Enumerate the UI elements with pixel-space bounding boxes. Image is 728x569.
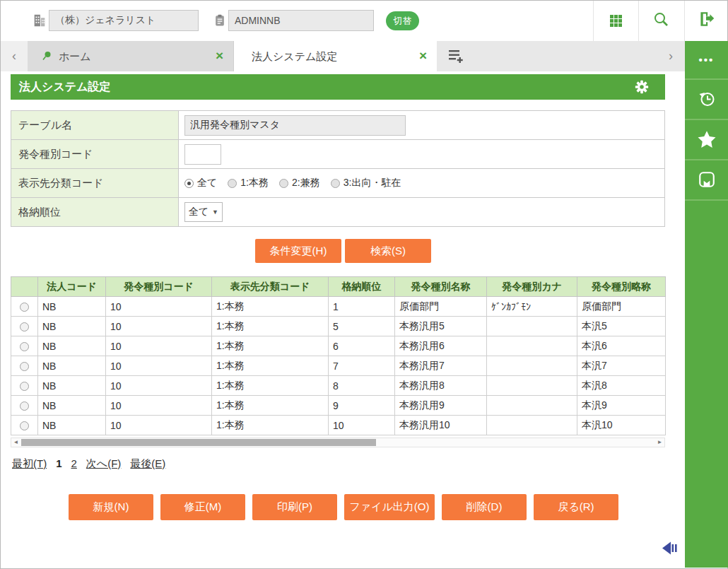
user-field[interactable] <box>228 10 374 31</box>
chevron-down-icon: ▼ <box>212 209 218 216</box>
radio-seconded[interactable]: 3:出向・駐在 <box>331 177 401 189</box>
favorites-button[interactable] <box>685 122 728 160</box>
table-row: NB10 1:本務10 本務汎用10 本汎10 <box>11 416 666 435</box>
logout-icon <box>697 10 715 31</box>
gear-icon <box>634 85 650 97</box>
pagination-first-link[interactable]: 最初(T) <box>12 457 47 469</box>
action-button-bar: 新規(N) 修正(M) 印刷(P) ファイル出力(O) 削除(D) 戻る(R) <box>69 494 618 520</box>
column-header: 表示先分類コード <box>212 277 329 297</box>
column-header: 発令種別名称 <box>395 277 487 297</box>
table-name-label: テーブル名 <box>11 111 179 139</box>
select-column-header <box>11 277 38 297</box>
clipboard-icon <box>213 13 227 30</box>
column-header: 法人コード <box>38 277 106 297</box>
radio-concurrent[interactable]: 2:兼務 <box>279 177 320 189</box>
close-icon[interactable]: × <box>216 41 223 70</box>
table-name-input <box>184 115 406 136</box>
chevron-right-icon: › <box>669 49 673 63</box>
add-tab-button[interactable] <box>447 49 464 66</box>
pagination-page-2-link[interactable]: 2 <box>71 457 77 469</box>
app-window: 切替 ‹ <box>0 0 728 569</box>
table-row: NB10 1:本務1 原価部門ｹﾞﾝｶﾌﾞﾓﾝ 原価部門 <box>11 297 666 317</box>
scrollbar-thumb[interactable] <box>21 439 376 446</box>
order-type-code-label: 発令種別コード <box>11 140 179 168</box>
search-submit-button[interactable]: 検索(S) <box>345 239 431 263</box>
column-header: 格納順位 <box>329 277 395 297</box>
display-class-label: 表示先分類コード <box>11 169 179 197</box>
storage-order-value: 全て <box>189 206 209 218</box>
radio-main-duty[interactable]: 1:本務 <box>228 177 269 189</box>
close-icon[interactable]: × <box>419 41 427 70</box>
history-icon <box>697 89 717 112</box>
pin-icon <box>41 50 52 64</box>
change-condition-button[interactable]: 条件変更(H) <box>255 239 341 263</box>
result-table: 法人コード 発令種別コード 表示先分類コード 格納順位 発令種別名称 発令種別カ… <box>11 276 666 435</box>
search-icon <box>652 11 669 30</box>
tab-home[interactable]: ホーム × <box>28 41 234 71</box>
radio-main-duty-label: 1:本務 <box>240 177 269 189</box>
form-row-order: 格納順位 全て ▼ <box>11 198 664 226</box>
logout-button[interactable] <box>684 1 728 40</box>
side-toolbar: ••• <box>685 41 728 568</box>
radio-icon <box>228 179 237 188</box>
more-menu-button[interactable]: ••• <box>685 41 728 80</box>
apps-menu-button[interactable] <box>593 1 638 40</box>
row-radio[interactable] <box>20 401 29 411</box>
column-header: 発令種別コード <box>106 277 212 297</box>
apps-grid-icon <box>610 15 622 27</box>
row-radio[interactable] <box>20 382 29 391</box>
tab-bar: ‹ ホーム × 法人システム設定 × <box>1 41 685 71</box>
radio-all-label: 全て <box>197 177 217 189</box>
history-button[interactable] <box>685 81 728 120</box>
file-export-button[interactable]: ファイル出力(O) <box>344 494 435 520</box>
row-radio[interactable] <box>20 362 29 371</box>
page-title: 法人システム設定 <box>11 74 665 100</box>
tab-active-label: 法人システム設定 <box>252 41 337 71</box>
storage-order-label: 格納順位 <box>11 198 179 226</box>
settings-button[interactable] <box>634 79 650 98</box>
radio-all[interactable]: 全て <box>184 177 217 189</box>
prev-tabs-button[interactable]: ‹ <box>1 41 28 71</box>
row-radio[interactable] <box>20 421 29 430</box>
print-button[interactable]: 印刷(P) <box>252 494 337 520</box>
storage-order-select[interactable]: 全て ▼ <box>184 202 223 222</box>
form-row-display-class: 表示先分類コード 全て 1:本務 2:兼務 3:出向・駐在 <box>11 169 664 198</box>
page-title-bar: 法人システム設定 <box>11 74 665 100</box>
collapse-panel-button[interactable] <box>662 540 683 559</box>
new-button[interactable]: 新規(N) <box>69 494 153 520</box>
search-condition-form: テーブル名 発令種別コード 表示先分類コード 全て 1:本務 <box>11 110 665 227</box>
search-button[interactable] <box>638 1 683 40</box>
next-tabs-button[interactable]: › <box>657 41 685 71</box>
bookmark-button[interactable] <box>685 162 728 201</box>
radio-icon <box>279 179 288 188</box>
row-radio[interactable] <box>20 342 29 351</box>
ellipsis-icon: ••• <box>699 54 715 66</box>
radio-icon <box>331 179 340 188</box>
tab-home-label: ホーム <box>59 41 91 71</box>
delete-button[interactable]: 削除(D) <box>442 494 527 520</box>
horizontal-scrollbar[interactable]: ◄ ► <box>11 438 665 447</box>
table-row: NB10 1:本務5 本務汎用5 本汎5 <box>11 317 666 336</box>
table-header-row: 法人コード 発令種別コード 表示先分類コード 格納順位 発令種別名称 発令種別カ… <box>11 277 666 297</box>
company-field[interactable] <box>49 10 199 31</box>
order-type-code-input[interactable] <box>184 144 221 165</box>
back-button[interactable]: 戻る(R) <box>534 494 618 520</box>
form-row-table-name: テーブル名 <box>11 111 664 140</box>
top-bar: 切替 <box>1 1 727 42</box>
radio-concurrent-label: 2:兼務 <box>292 177 320 189</box>
table-row: NB10 1:本務8 本務汎用8 本汎8 <box>11 376 666 396</box>
pagination-last-link[interactable]: 最後(E) <box>130 457 165 469</box>
row-radio[interactable] <box>20 303 29 312</box>
radio-seconded-label: 3:出向・駐在 <box>344 177 401 189</box>
switch-button[interactable]: 切替 <box>386 11 419 30</box>
scroll-left-icon[interactable]: ◄ <box>11 438 20 447</box>
table-row: NB10 1:本務7 本務汎用7 本汎7 <box>11 356 666 376</box>
table-row: NB10 1:本務9 本務汎用9 本汎9 <box>11 396 666 416</box>
collapse-arrow-icon <box>662 546 683 558</box>
pagination-next-link[interactable]: 次へ(F) <box>86 457 122 469</box>
edit-button[interactable]: 修正(M) <box>160 494 245 520</box>
scroll-right-icon[interactable]: ► <box>655 438 664 447</box>
radio-selected-icon <box>184 179 194 188</box>
tab-corporate-system-settings[interactable]: 法人システム設定 × <box>234 41 437 71</box>
row-radio[interactable] <box>20 322 29 332</box>
